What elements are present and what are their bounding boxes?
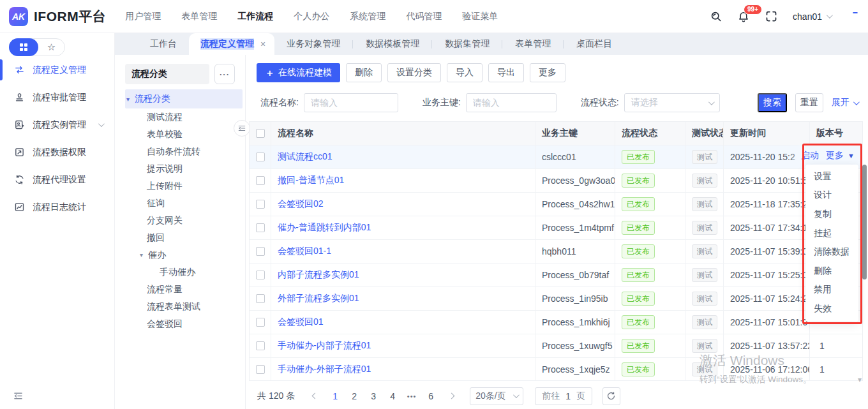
sidebar-menu-item[interactable]: 流程数据权限: [0, 138, 114, 166]
goto-page-input[interactable]: 1: [565, 391, 571, 401]
nav-menu-item[interactable]: 代码管理: [405, 8, 443, 25]
page-size-select[interactable]: 20条/页: [470, 387, 523, 405]
dropdown-menu-item[interactable]: 设计: [805, 186, 858, 205]
page-tab[interactable]: 桌面栏目 ×: [563, 33, 624, 55]
process-name-link[interactable]: 手动催办-内部子流程01: [278, 340, 371, 352]
row-checkbox[interactable]: [256, 152, 265, 161]
process-name-link[interactable]: 内部子流程多实例01: [278, 269, 359, 281]
dropdown-menu-item[interactable]: 复制: [805, 205, 858, 224]
row-checkbox[interactable]: [256, 200, 265, 209]
grid-view-toggle-icon[interactable]: [9, 38, 38, 56]
process-name-link[interactable]: 催办-普通跳转到内部01: [278, 222, 371, 234]
refresh-button[interactable]: [602, 387, 620, 405]
page-number-button[interactable]: 4: [383, 387, 402, 405]
row-checkbox[interactable]: [256, 176, 265, 185]
start-process-link[interactable]: 启动: [801, 150, 819, 161]
process-name-link[interactable]: 会签驳回02: [278, 198, 324, 210]
toolbar-button[interactable]: 删除: [346, 63, 382, 82]
tree-item[interactable]: ▾ 上传附件: [125, 177, 243, 195]
page-tab[interactable]: 表单管理 ×: [502, 33, 563, 55]
sidebar-menu-item[interactable]: 流程日志统计: [0, 193, 114, 221]
toolbar-button[interactable]: 设置分类: [387, 63, 441, 82]
close-icon[interactable]: ×: [260, 39, 266, 49]
tree-item[interactable]: ▾ 手动催办: [125, 264, 243, 281]
process-name-link[interactable]: 撤回-普通节点01: [278, 175, 344, 186]
goto-page-group[interactable]: 前往 1 页: [535, 387, 592, 405]
row-checkbox[interactable]: [256, 247, 265, 256]
search-icon[interactable]: [710, 10, 722, 23]
caret-down-icon[interactable]: ▾: [140, 251, 148, 258]
page-tab[interactable]: 数据模板管理 ×: [352, 33, 431, 55]
tree-item[interactable]: ▾ 催办: [125, 246, 243, 264]
caret-down-icon[interactable]: ▾: [126, 96, 135, 103]
nav-menu-item[interactable]: 系统管理: [348, 8, 387, 25]
page-number-button[interactable]: 1: [326, 387, 345, 405]
tree-item[interactable]: ▾ 测试流程: [125, 108, 243, 126]
row-checkbox[interactable]: [256, 318, 265, 327]
dropdown-menu-item[interactable]: 删除: [805, 262, 858, 281]
process-name-input[interactable]: [304, 93, 398, 112]
business-key-input[interactable]: [466, 93, 557, 112]
tree-item[interactable]: ▾ 提示说明: [125, 160, 243, 177]
sidebar-menu-item[interactable]: 流程代理设置: [0, 166, 114, 193]
process-name-link[interactable]: 测试流程cc01: [278, 151, 333, 163]
page-number-button[interactable]: •••: [402, 387, 421, 405]
page-number-button[interactable]: 2: [345, 387, 364, 405]
page-number-button[interactable]: 3: [364, 387, 383, 405]
prev-page-button[interactable]: [306, 387, 323, 405]
tree-item[interactable]: ▾ 流程表单测试: [125, 298, 243, 315]
tree-item[interactable]: ▾ 流程常量: [125, 281, 243, 298]
row-checkbox[interactable]: [256, 294, 265, 303]
next-page-button[interactable]: [443, 387, 460, 405]
tree-item[interactable]: ▾ 分支网关: [125, 212, 243, 229]
sidebar-menu-item[interactable]: 流程定义管理: [0, 56, 114, 84]
sidebar-fold-icon[interactable]: [13, 390, 24, 401]
row-checkbox[interactable]: [256, 271, 265, 279]
toolbar-button[interactable]: 导出: [488, 63, 524, 82]
select-all-checkbox[interactable]: [256, 129, 265, 138]
tree-item[interactable]: ▾ 撤回: [125, 229, 243, 246]
dropdown-menu-item[interactable]: 失效: [805, 299, 858, 318]
process-status-select[interactable]: 请选择: [624, 93, 720, 112]
tree-item[interactable]: ▾ 流程分类: [125, 89, 243, 108]
scroll-down-arrow-icon[interactable]: ▾: [858, 375, 862, 384]
page-tab[interactable]: 工作台 ×: [138, 33, 189, 55]
nav-menu-item[interactable]: 表单管理: [180, 8, 218, 25]
page-tab[interactable]: 业务对象管理 ×: [274, 33, 352, 55]
vertical-scrollbar-thumb[interactable]: [862, 165, 867, 279]
user-menu[interactable]: chan01: [793, 11, 831, 22]
page-tab[interactable]: 数据集管理 ×: [431, 33, 502, 55]
expand-filters-link[interactable]: 展开: [832, 97, 858, 108]
panel-collapse-button[interactable]: [234, 120, 250, 137]
process-name-link[interactable]: 会签驳回01-1: [278, 246, 331, 257]
reset-button[interactable]: 重置: [795, 93, 823, 112]
more-actions-link[interactable]: 更多: [826, 150, 844, 161]
tree-item[interactable]: ▾ 表单校验: [125, 126, 243, 143]
sidebar-menu-item[interactable]: 流程实例管理: [0, 111, 114, 138]
category-more-button[interactable]: ···: [214, 64, 235, 84]
page-tab[interactable]: 流程定义管理 ×: [189, 33, 274, 55]
create-process-button[interactable]: ＋ 在线流程建模: [257, 63, 340, 82]
notification-bell-icon[interactable]: 99+: [737, 10, 750, 23]
tree-item[interactable]: ▾ 征询: [125, 195, 243, 212]
toolbar-button[interactable]: 更多: [530, 63, 565, 82]
row-checkbox[interactable]: [256, 341, 265, 350]
toolbar-button[interactable]: 导入: [447, 63, 483, 82]
process-name-link[interactable]: 会签驳回01: [278, 316, 324, 328]
favorites-star-icon[interactable]: ☆: [38, 41, 64, 53]
tree-item[interactable]: ▾ 会签驳回: [125, 315, 243, 332]
process-name-link[interactable]: 手动催办-外部子流程01: [278, 364, 371, 375]
apps-grid-icon[interactable]: [846, 10, 858, 22]
dropdown-menu-item[interactable]: 清除数据: [805, 242, 858, 262]
nav-menu-item[interactable]: 验证菜单: [461, 8, 499, 25]
nav-menu-item[interactable]: 个人办公: [292, 8, 331, 25]
process-name-link[interactable]: 外部子流程多实例01: [278, 293, 359, 304]
dropdown-menu-item[interactable]: 挂起: [805, 224, 858, 243]
search-button[interactable]: 搜索: [758, 93, 787, 112]
dropdown-menu-item[interactable]: 设置: [805, 167, 858, 186]
row-checkbox[interactable]: [256, 365, 265, 374]
nav-menu-item[interactable]: 工作流程: [236, 8, 274, 25]
sidebar-menu-item[interactable]: 流程审批管理: [0, 84, 114, 111]
page-number-button[interactable]: 6: [421, 387, 440, 405]
dropdown-menu-item[interactable]: 禁用: [805, 281, 858, 300]
